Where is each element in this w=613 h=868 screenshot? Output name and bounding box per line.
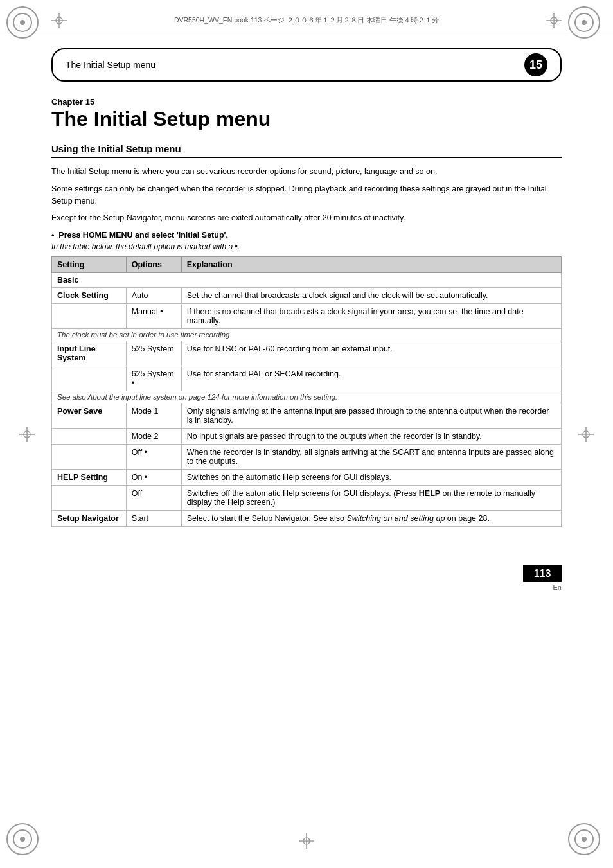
chapter-label: Chapter 15 <box>51 97 562 107</box>
table-section-row: Basic <box>52 273 562 288</box>
chapter-number-badge: 15 <box>524 53 547 76</box>
table-row: Clock SettingAutoSet the channel that br… <box>52 288 562 304</box>
page-number: 113 <box>523 565 562 582</box>
table-cell-option: Off <box>126 486 181 511</box>
table-cell-setting: Setup Navigator <box>52 511 127 527</box>
corner-decoration-br <box>568 823 607 862</box>
table-row: Off •When the recorder is in standby, al… <box>52 445 562 470</box>
table-note: In the table below, the default option i… <box>51 242 562 251</box>
table-cell-explanation: Switches off the automatic Help screens … <box>181 486 561 511</box>
table-cell-setting: Power Save <box>52 403 127 429</box>
reg-mark-top-right <box>546 13 562 28</box>
corner-decoration-tr <box>568 6 607 45</box>
table-cell-explanation: Only signals arriving at the antenna inp… <box>181 403 561 429</box>
body-paragraph-1: The Initial Setup menu is where you can … <box>51 166 562 178</box>
page-footer: 113 En <box>0 559 613 591</box>
table-row: Setup NavigatorStartSelect to start the … <box>52 511 562 527</box>
table-cell-setting <box>52 486 127 511</box>
table-row: Mode 2No input signals are passed throug… <box>52 429 562 445</box>
table-cell-setting: Input Line System <box>52 341 127 366</box>
chapter-header-title: The Initial Setup menu <box>66 60 155 70</box>
table-cell-explanation: Select to start the Setup Navigator. See… <box>181 511 561 527</box>
file-info: DVR550H_WV_EN.book 113 ページ ２００６年１２月２８日 木… <box>67 16 546 25</box>
table-cell-explanation: When the recorder is in standby, all sig… <box>181 445 561 470</box>
table-cell-setting <box>52 366 127 391</box>
table-cell-option: Off • <box>126 445 181 470</box>
table-cell-option: Mode 1 <box>126 403 181 429</box>
table-row: OffSwitches off the automatic Help scree… <box>52 486 562 511</box>
table-cell-option: On • <box>126 470 181 486</box>
table-cell-setting <box>52 429 127 445</box>
table-cell-setting: HELP Setting <box>52 470 127 486</box>
table-cell-explanation: No input signals are passed through to t… <box>181 429 561 445</box>
body-paragraph-3: Except for the Setup Navigator, menu scr… <box>51 212 562 224</box>
chapter-title: The Initial Setup menu <box>51 108 562 130</box>
table-cell-option: Manual • <box>126 304 181 329</box>
table-cell-option: 625 System • <box>126 366 181 391</box>
table-cell-explanation: If there is no channel that broadcasts a… <box>181 304 561 329</box>
table-cell-setting: Clock Setting <box>52 288 127 304</box>
table-row: Input Line System525 SystemUse for NTSC … <box>52 341 562 366</box>
body-paragraph-2: Some settings can only be changed when t… <box>51 183 562 208</box>
reg-mark-top-left <box>51 13 67 28</box>
table-cell-option: Mode 2 <box>126 429 181 445</box>
top-marks-bar: DVR550H_WV_EN.book 113 ページ ２００６年１２月２８日 木… <box>0 0 613 35</box>
table-row: Manual •If there is no channel that broa… <box>52 304 562 329</box>
table-cell-explanation: Set the channel that broadcasts a clock … <box>181 288 561 304</box>
table-cell-option: 525 System <box>126 341 181 366</box>
table-cell-setting <box>52 304 127 329</box>
table-row: Power SaveMode 1Only signals arriving at… <box>52 403 562 429</box>
table-cell-option: Start <box>126 511 181 527</box>
table-row: HELP SettingOn •Switches on the automati… <box>52 470 562 486</box>
bottom-center-mark <box>299 833 314 849</box>
main-content: The Initial Setup menu 15 Chapter 15 The… <box>0 35 613 546</box>
corner-decoration-tl <box>6 6 45 45</box>
instruction-line: • Press HOME MENU and select 'Initial Se… <box>51 231 562 240</box>
side-mark-right <box>578 427 594 442</box>
col-header-setting: Setting <box>52 257 127 273</box>
chapter-header-bar: The Initial Setup menu 15 <box>51 48 562 82</box>
settings-table: Setting Options Explanation BasicClock S… <box>51 256 562 527</box>
table-cell-explanation: Switches on the automatic Help screens f… <box>181 470 561 486</box>
side-mark-left <box>19 427 35 442</box>
table-cell-explanation: Use for NTSC or PAL-60 recording from an… <box>181 341 561 366</box>
table-note-row: The clock must be set in order to use ti… <box>52 329 562 341</box>
table-cell-option: Auto <box>126 288 181 304</box>
page-lang: En <box>553 583 562 591</box>
table-cell-explanation: Use for standard PAL or SECAM recording. <box>181 366 561 391</box>
corner-decoration-bl <box>6 823 45 862</box>
table-row: 625 System •Use for standard PAL or SECA… <box>52 366 562 391</box>
table-note-row: See also About the input line system on … <box>52 391 562 403</box>
col-header-options: Options <box>126 257 181 273</box>
table-cell-setting <box>52 445 127 470</box>
section-title: Using the Initial Setup menu <box>51 143 562 158</box>
col-header-explanation: Explanation <box>181 257 561 273</box>
